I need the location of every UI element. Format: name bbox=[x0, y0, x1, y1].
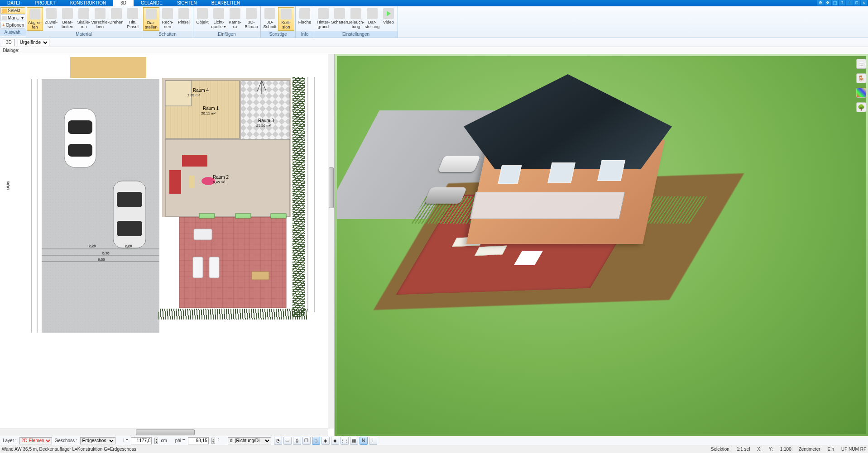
ribbon-btn-hinpinsel[interactable]: Hin.Pinsel bbox=[125, 7, 141, 30]
selection-side-column: Selekt Mark.▾ +Optionen bbox=[0, 6, 26, 29]
mark-button[interactable]: Mark.▾ bbox=[0, 14, 25, 21]
select-button[interactable]: Selekt bbox=[0, 7, 25, 14]
group-label-info: Info bbox=[296, 31, 314, 38]
ribbon-btn-beleuchtung[interactable]: Beleuch-tung bbox=[348, 7, 364, 30]
ribbon-btn-zuweisen[interactable]: Zuwei-sen bbox=[43, 7, 59, 30]
ribbon-btn-darstellung[interactable]: Dar-stellung bbox=[364, 7, 380, 30]
dialoge-bar: Dialoge: bbox=[0, 47, 868, 54]
terrain-select[interactable]: Urgelände bbox=[18, 39, 49, 46]
group-label-auswahl: Auswahl bbox=[0, 29, 26, 36]
menu-tab-sichten[interactable]: SICHTEN bbox=[170, 0, 204, 6]
sys-icon[interactable]: ⬚ bbox=[832, 0, 838, 5]
group-label-sonstige: Sonstige bbox=[261, 31, 295, 38]
sys-icon[interactable]: ⚙ bbox=[817, 0, 824, 5]
view-mode-label: 3D bbox=[3, 39, 15, 46]
ribbon-btn-lichtquelle[interactable]: Licht-quelle ▾ bbox=[211, 7, 227, 30]
view-selector-bar: 3D Urgelände bbox=[0, 38, 868, 47]
main-menu-bar: DATEIPROJEKTKONSTRUKTION3DGELÄNDESICHTEN… bbox=[0, 0, 868, 6]
sys-icon[interactable]: ❖ bbox=[825, 0, 831, 5]
ribbon-btn-objekt[interactable]: Objekt bbox=[194, 7, 211, 25]
ribbon-btn-schatten[interactable]: Schatten bbox=[331, 7, 348, 25]
menu-tab-bearbeiten[interactable]: BEARBEITEN bbox=[204, 0, 247, 6]
ribbon-btn-skalieren[interactable]: Skalie-ren bbox=[76, 7, 92, 30]
help-icon[interactable]: ? bbox=[839, 0, 845, 5]
window-system-icons: ⚙ ❖ ⬚ ? – □ × bbox=[817, 0, 867, 5]
ribbon-btn-abgreifen[interactable]: Abgrei-fen bbox=[27, 7, 43, 31]
ribbon-btn-bearbeiten[interactable]: Bear-beiten bbox=[59, 7, 76, 30]
ribbon-btn-pinsel[interactable]: Pinsel bbox=[176, 7, 192, 25]
menu-tab-gelände[interactable]: GELÄNDE bbox=[134, 0, 170, 6]
ribbon-btn-hintergrund[interactable]: Hinter-grund bbox=[315, 7, 331, 30]
options-button[interactable]: +Optionen bbox=[0, 22, 25, 29]
menu-tab-projekt[interactable]: PROJEKT bbox=[28, 0, 63, 6]
ribbon-btn-darstellen[interactable]: Dar-stellen bbox=[143, 7, 159, 31]
ribbon-btn-flche[interactable]: Fläche bbox=[297, 7, 313, 25]
close-icon[interactable]: × bbox=[861, 0, 867, 5]
minimize-icon[interactable]: – bbox=[846, 0, 853, 5]
ribbon-btn-video[interactable]: Video bbox=[380, 7, 397, 25]
maximize-icon[interactable]: □ bbox=[854, 0, 860, 5]
group-label-material: Material bbox=[26, 31, 142, 38]
menu-tab-3d[interactable]: 3D bbox=[113, 0, 134, 6]
ribbon-btn-drehen[interactable]: Drehen bbox=[108, 7, 125, 25]
menu-tab-datei[interactable]: DATEI bbox=[0, 0, 28, 6]
group-label-einfuegen: Einfügen bbox=[193, 31, 260, 38]
menu-tab-konstruktion[interactable]: KONSTRUKTION bbox=[63, 0, 113, 6]
group-label-schatten: Schatten bbox=[142, 31, 193, 38]
group-label-einstellungen: Einstellungen bbox=[314, 31, 398, 38]
ribbon-btn-rechnen[interactable]: Rech-nen bbox=[159, 7, 176, 30]
ribbon-btn-dschnitt[interactable]: 3D-Schnitt bbox=[262, 7, 278, 30]
ribbon-toolbar: Selekt Mark.▾ +Optionen Auswahl Abgrei-f… bbox=[0, 6, 868, 38]
ribbon-btn-kollision[interactable]: Kolli-sion bbox=[278, 7, 294, 31]
ribbon-btn-dbitmap[interactable]: 3D-Bitmap bbox=[243, 7, 259, 30]
ribbon-btn-verschieben[interactable]: Verschie-ben bbox=[92, 7, 108, 30]
ribbon-btn-kamera[interactable]: Kame-ra bbox=[227, 7, 243, 30]
